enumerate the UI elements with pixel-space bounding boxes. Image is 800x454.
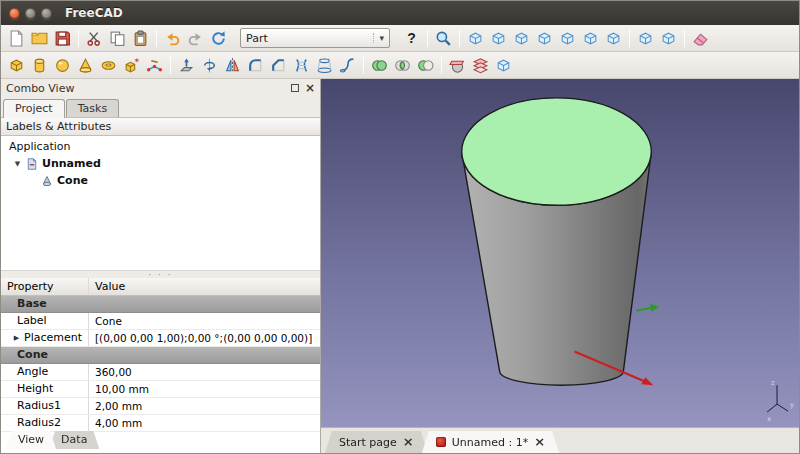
fit-all-button[interactable]	[432, 27, 455, 50]
part-sphere-icon	[54, 57, 71, 74]
undo-icon	[164, 30, 181, 47]
fillet-button[interactable]	[244, 54, 267, 77]
window-maximize-button[interactable]	[41, 8, 52, 19]
tree-item-unnamed[interactable]: ▼ Unnamed	[1, 155, 320, 172]
tab-tasks[interactable]: Tasks	[66, 99, 119, 117]
property-value[interactable]: Cone	[89, 313, 320, 329]
copy-button[interactable]	[106, 27, 129, 50]
open-document-button[interactable]	[28, 27, 51, 50]
tab-project[interactable]: Project	[3, 99, 65, 118]
top-view-button[interactable]	[510, 27, 533, 50]
measure-clear-all-button[interactable]	[689, 27, 712, 50]
window-close-button[interactable]	[9, 8, 20, 19]
expand-icon[interactable]: ▶	[12, 330, 21, 346]
redo-button[interactable]	[184, 27, 207, 50]
boolean-union-icon	[371, 57, 388, 74]
whats-this-button[interactable]: ?	[400, 27, 423, 50]
property-row-angle[interactable]: Angle 360,00	[1, 364, 320, 381]
property-value[interactable]: [(0,00 0,00 1,00);0,00 °;(0,00 0,00 0,00…	[89, 330, 320, 346]
property-value[interactable]: 10,00 mm	[89, 381, 320, 397]
fit-all-icon	[435, 30, 452, 47]
axis-label-x: x	[767, 415, 771, 423]
property-group-base[interactable]: Base	[1, 296, 320, 313]
property-value[interactable]: 2,00 mm	[89, 398, 320, 414]
new-document-icon	[8, 30, 25, 47]
create-primitives-icon: ✶	[123, 57, 140, 74]
copy-icon	[109, 30, 126, 47]
workbench-selector[interactable]: Part ▾	[240, 28, 390, 48]
close-tab-icon[interactable]: ×	[403, 437, 414, 447]
tree-item-application[interactable]: Application	[1, 138, 320, 155]
rear-view-button[interactable]	[556, 27, 579, 50]
cross-sections-button[interactable]	[469, 54, 492, 77]
3d-viewport[interactable]: z y x	[321, 79, 799, 427]
save-document-button[interactable]	[51, 27, 74, 50]
save-document-icon	[54, 30, 71, 47]
part-cone-icon	[77, 57, 94, 74]
property-row-radius1[interactable]: Radius1 2,00 mm	[1, 398, 320, 415]
property-row-height[interactable]: Height 10,00 mm	[1, 381, 320, 398]
open-document-icon	[31, 30, 48, 47]
ruled-surface-button[interactable]	[290, 54, 313, 77]
refresh-button[interactable]	[207, 27, 230, 50]
property-value[interactable]: 4,00 mm	[89, 415, 320, 431]
sweep-button[interactable]	[336, 54, 359, 77]
isometric-view-button[interactable]	[464, 27, 487, 50]
top-view-icon	[513, 30, 530, 47]
property-value[interactable]: 360,00	[89, 364, 320, 380]
tab-unnamed-document[interactable]: Unnamed : 1* ×	[422, 431, 559, 453]
right-view-button[interactable]	[533, 27, 556, 50]
shape-builder-button[interactable]	[143, 54, 166, 77]
bottom-view-button[interactable]	[579, 27, 602, 50]
cone-top-face[interactable]	[462, 98, 652, 205]
axis-label-z: z	[771, 379, 775, 387]
new-document-button[interactable]	[5, 27, 28, 50]
tab-start-page[interactable]: Start page ×	[325, 431, 428, 453]
revolve-button[interactable]	[198, 54, 221, 77]
mirror-button[interactable]	[221, 54, 244, 77]
undo-button[interactable]	[161, 27, 184, 50]
cut-button[interactable]	[83, 27, 106, 50]
paste-button[interactable]	[129, 27, 152, 50]
dock-close-icon[interactable]: ×	[305, 83, 315, 93]
tab-data[interactable]: Data	[49, 431, 99, 449]
splitter-handle[interactable]	[1, 270, 320, 278]
expander-icon[interactable]: ▼	[13, 160, 22, 168]
ruled-surface-icon	[293, 57, 310, 74]
part-torus-button[interactable]	[97, 54, 120, 77]
toolbar-separator	[441, 56, 442, 74]
tree-item-cone[interactable]: Cone	[1, 172, 320, 189]
part-box-button[interactable]	[5, 54, 28, 77]
tree-header: Labels & Attributes	[1, 117, 320, 136]
part-sphere-button[interactable]	[51, 54, 74, 77]
boolean-union-button[interactable]	[368, 54, 391, 77]
front-view-button[interactable]	[487, 27, 510, 50]
part-cone-button[interactable]	[74, 54, 97, 77]
create-primitives-button[interactable]: ✶	[120, 54, 143, 77]
chamfer-button[interactable]	[267, 54, 290, 77]
section-button[interactable]	[446, 54, 469, 77]
toolbar-separator	[78, 29, 79, 47]
boolean-common-button[interactable]	[391, 54, 414, 77]
compound-button[interactable]	[492, 54, 515, 77]
property-row-label[interactable]: Label Cone	[1, 313, 320, 330]
window-titlebar[interactable]: FreeCAD	[1, 1, 799, 25]
left-view-button[interactable]	[602, 27, 625, 50]
dimetric-view-button[interactable]	[634, 27, 657, 50]
combo-view-title: Combo View	[6, 82, 74, 95]
trimetric-view-button[interactable]	[657, 27, 680, 50]
tab-view[interactable]: View	[6, 431, 56, 449]
dock-float-icon[interactable]	[291, 84, 299, 92]
part-cylinder-button[interactable]	[28, 54, 51, 77]
loft-button[interactable]	[313, 54, 336, 77]
window-minimize-button[interactable]	[25, 8, 36, 19]
boolean-cut-button[interactable]	[414, 54, 437, 77]
toolbar-separator	[170, 56, 171, 74]
property-row-placement[interactable]: ▶ Placement [(0,00 0,00 1,00);0,00 °;(0,…	[1, 330, 320, 347]
property-group-cone[interactable]: Cone	[1, 347, 320, 364]
right-view-icon	[536, 30, 553, 47]
property-row-radius2[interactable]: Radius2 4,00 mm	[1, 415, 320, 432]
close-tab-icon[interactable]: ×	[534, 437, 545, 447]
fillet-icon	[247, 57, 264, 74]
extrude-button[interactable]	[175, 54, 198, 77]
